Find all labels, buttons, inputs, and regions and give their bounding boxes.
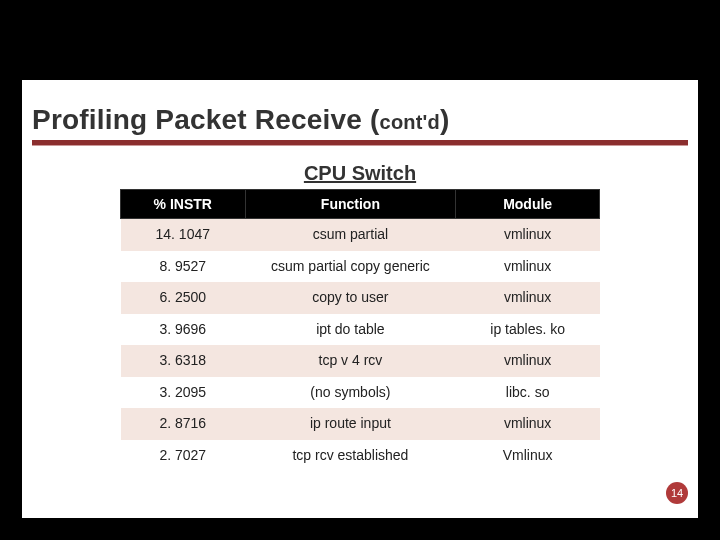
cell-module: Vmlinux	[456, 440, 600, 472]
table-row: 6. 2500 copy to user vmlinux	[121, 282, 600, 314]
cell-func: copy to user	[245, 282, 456, 314]
cell-instr: 3. 2095	[121, 377, 246, 409]
title-close: )	[440, 104, 450, 135]
cell-module: vmlinux	[456, 282, 600, 314]
cell-func: tcp rcv established	[245, 440, 456, 472]
table-row: 3. 6318 tcp v 4 rcv vmlinux	[121, 345, 600, 377]
cell-func: csum partial	[245, 219, 456, 251]
page-number-badge: 14	[666, 482, 688, 504]
table-row: 2. 8716 ip route input vmlinux	[121, 408, 600, 440]
table-row: 2. 7027 tcp rcv established Vmlinux	[121, 440, 600, 472]
cell-module: vmlinux	[456, 345, 600, 377]
cell-func: ip route input	[245, 408, 456, 440]
cell-instr: 2. 8716	[121, 408, 246, 440]
cell-instr: 8. 9527	[121, 251, 246, 283]
cell-instr: 3. 6318	[121, 345, 246, 377]
cell-func: tcp v 4 rcv	[245, 345, 456, 377]
table-row: 14. 1047 csum partial vmlinux	[121, 219, 600, 251]
title-underline	[32, 140, 688, 146]
cell-instr: 3. 9696	[121, 314, 246, 346]
cell-instr: 6. 2500	[121, 282, 246, 314]
cell-module: vmlinux	[456, 251, 600, 283]
header-instr: % INSTR	[121, 190, 246, 219]
profiling-table: % INSTR Function Module 14. 1047 csum pa…	[120, 189, 600, 471]
table-row: 8. 9527 csum partial copy generic vmlinu…	[121, 251, 600, 283]
table-row: 3. 2095 (no symbols) libc. so	[121, 377, 600, 409]
cell-func: (no symbols)	[245, 377, 456, 409]
title-block: Profiling Packet Receive (cont'd)	[22, 80, 698, 152]
cell-module: ip tables. ko	[456, 314, 600, 346]
table-header-row: % INSTR Function Module	[121, 190, 600, 219]
cell-module: libc. so	[456, 377, 600, 409]
cell-instr: 14. 1047	[121, 219, 246, 251]
table-title: CPU Switch	[22, 162, 698, 185]
title-contd: cont'd	[380, 111, 440, 133]
cell-func: csum partial copy generic	[245, 251, 456, 283]
slide: Profiling Packet Receive (cont'd) CPU Sw…	[22, 80, 698, 518]
cell-module: vmlinux	[456, 219, 600, 251]
profiling-table-wrap: % INSTR Function Module 14. 1047 csum pa…	[120, 189, 600, 471]
header-module: Module	[456, 190, 600, 219]
cell-module: vmlinux	[456, 408, 600, 440]
title-main: Profiling Packet Receive (	[32, 104, 380, 135]
table-row: 3. 9696 ipt do table ip tables. ko	[121, 314, 600, 346]
slide-title: Profiling Packet Receive (cont'd)	[32, 104, 688, 136]
cell-func: ipt do table	[245, 314, 456, 346]
header-func: Function	[245, 190, 456, 219]
cell-instr: 2. 7027	[121, 440, 246, 472]
